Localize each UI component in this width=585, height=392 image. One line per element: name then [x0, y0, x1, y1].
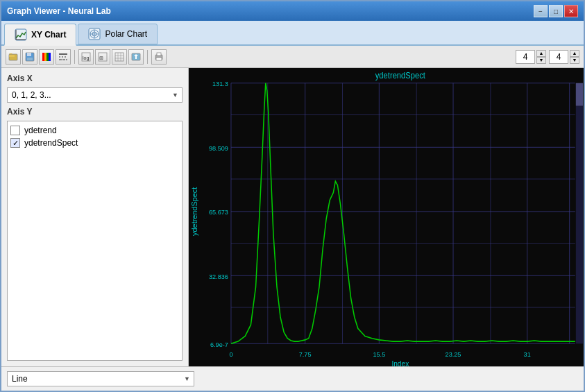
chart-type-select[interactable]: Line Scatter Bar	[7, 371, 194, 386]
window-title: Graph Viewer - Neural Lab	[7, 6, 111, 16]
grid-config-icon: ⊞	[98, 52, 108, 62]
svg-text:15.5: 15.5	[373, 350, 385, 358]
svg-text:32.836: 32.836	[209, 272, 228, 280]
svg-rect-69	[576, 83, 583, 106]
axis-y-item-ydetrend[interactable]: ydetrend	[10, 124, 179, 137]
polar-chart-icon	[88, 28, 101, 40]
svg-rect-11	[27, 53, 31, 56]
svg-rect-16	[49, 53, 51, 61]
save-icon	[25, 52, 35, 62]
tab-bar: XY Chart Polar Chart	[1, 21, 584, 46]
log-button[interactable]: log	[78, 49, 94, 65]
svg-text:⊞: ⊞	[99, 56, 103, 60]
svg-rect-31	[135, 56, 137, 59]
svg-rect-8	[9, 54, 17, 60]
spinner-left-arrows: ▲ ▼	[536, 50, 546, 64]
export-icon	[131, 52, 141, 62]
svg-rect-33	[157, 53, 161, 56]
svg-text:7.75: 7.75	[299, 350, 312, 358]
axis-y-item-label-ydetrendspect: ydetrendSpect	[24, 138, 78, 148]
spinner-left-value: 4	[516, 50, 535, 64]
spinner-right-value: 4	[549, 50, 568, 64]
grid-icon	[115, 52, 124, 62]
axis-x-select[interactable]: 0, 1, 2, 3...	[7, 87, 183, 103]
svg-rect-12	[27, 58, 33, 60]
log-icon: log	[81, 52, 91, 62]
svg-text:131.3: 131.3	[212, 80, 228, 87]
main-content: Axis X 0, 1, 2, 3... Axis Y ydetrend ✓ y…	[1, 68, 584, 366]
print-icon	[154, 52, 164, 62]
spinner-right-arrows: ▲ ▼	[570, 50, 579, 64]
toolbar: log ⊞	[1, 46, 584, 68]
svg-rect-14	[44, 53, 46, 61]
color-icon	[42, 52, 51, 62]
pattern-icon	[58, 52, 68, 62]
window-controls: − □ ✕	[534, 5, 578, 17]
svg-text:ydetrendSpect: ydetrendSpect	[375, 71, 426, 80]
svg-text:log: log	[83, 56, 89, 61]
axis-x-label: Axis X	[7, 74, 183, 83]
toolbar-sep-2	[147, 50, 148, 64]
svg-rect-68	[576, 83, 583, 344]
toolbar-sep-1	[74, 50, 75, 64]
minimize-button[interactable]: −	[534, 5, 548, 17]
axis-x-select-wrapper: 0, 1, 2, 3...	[7, 87, 183, 103]
spinner-controls: 4 ▲ ▼ 4 ▲ ▼	[516, 50, 579, 64]
svg-rect-34	[156, 58, 162, 60]
grid-config-button[interactable]: ⊞	[95, 49, 110, 65]
checkbox-ydetrendspect[interactable]: ✓	[10, 138, 20, 148]
chart-panel: ydetrendSpect 131.3 98.509 65.673 32.836…	[189, 68, 584, 366]
xy-chart-icon	[15, 28, 27, 41]
axis-y-label: Axis Y	[7, 107, 183, 117]
svg-text:6.9e-7: 6.9e-7	[210, 340, 228, 348]
svg-text:98.509: 98.509	[209, 144, 228, 151]
axis-y-list: ydetrend ✓ ydetrendSpect	[7, 121, 183, 361]
bottom-panel: Line Scatter Bar	[1, 366, 584, 391]
color-button[interactable]	[39, 49, 54, 65]
title-bar: Graph Viewer - Neural Lab − □ ✕	[1, 1, 584, 21]
save-button[interactable]	[22, 49, 37, 65]
tab-polar-chart[interactable]: Polar Chart	[78, 24, 158, 44]
svg-rect-9	[9, 56, 15, 57]
svg-text:ydetrendSpect: ydetrendSpect	[191, 187, 199, 236]
chart-type-select-wrapper: Line Scatter Bar	[7, 371, 194, 386]
svg-rect-24	[115, 53, 124, 61]
svg-text:65.673: 65.673	[209, 208, 228, 216]
tab-polar-label: Polar Chart	[105, 29, 147, 39]
maximize-button[interactable]: □	[549, 5, 563, 17]
checkbox-ydetrend[interactable]	[10, 126, 20, 135]
spinner-right-down[interactable]: ▼	[570, 57, 579, 64]
svg-text:23.25: 23.25	[446, 350, 461, 358]
axis-y-item-label-ydetrend: ydetrend	[24, 126, 57, 135]
spinner-right-up[interactable]: ▲	[570, 50, 579, 57]
svg-text:Index: Index	[391, 359, 409, 366]
open-icon	[8, 52, 18, 62]
open-button[interactable]	[6, 49, 21, 65]
left-panel: Axis X 0, 1, 2, 3... Axis Y ydetrend ✓ y…	[1, 68, 189, 366]
spinner-right: 4 ▲ ▼	[549, 50, 579, 64]
grid-button[interactable]	[112, 49, 127, 65]
svg-rect-13	[42, 53, 44, 61]
tab-xy-chart[interactable]: XY Chart	[4, 24, 76, 46]
chart-svg: ydetrendSpect 131.3 98.509 65.673 32.836…	[189, 68, 584, 366]
main-window: Graph Viewer - Neural Lab − □ ✕ XY Chart	[0, 0, 585, 392]
svg-rect-15	[46, 53, 49, 61]
print-button[interactable]	[151, 49, 167, 65]
close-button[interactable]: ✕	[564, 5, 578, 17]
pattern-button[interactable]	[56, 49, 71, 65]
export-button[interactable]	[128, 49, 144, 65]
svg-text:0: 0	[229, 350, 232, 358]
spinner-left-up[interactable]: ▲	[536, 50, 546, 57]
spinner-left: 4 ▲ ▼	[516, 50, 546, 64]
axis-y-item-ydetrendspect[interactable]: ✓ ydetrendSpect	[10, 137, 179, 149]
svg-rect-35	[189, 68, 584, 366]
svg-text:31: 31	[524, 350, 531, 358]
tab-xy-label: XY Chart	[31, 30, 66, 40]
spinner-left-down[interactable]: ▼	[536, 57, 546, 64]
